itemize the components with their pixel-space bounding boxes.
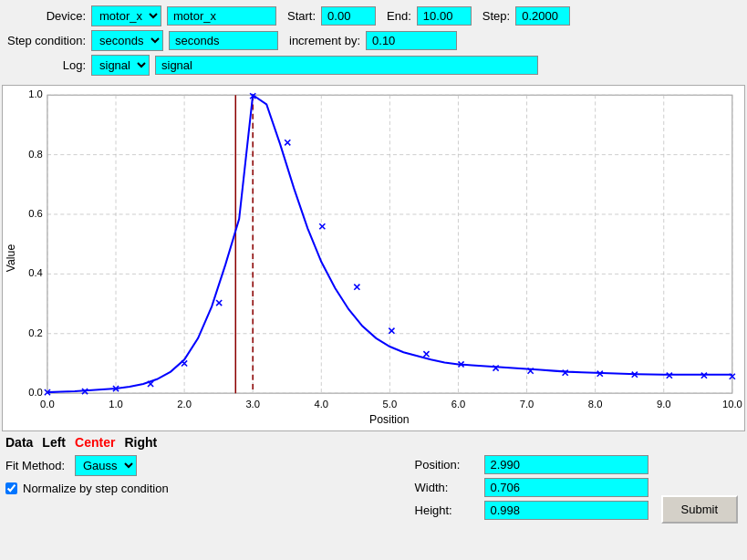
normalize-label: Normalize by step condition bbox=[23, 482, 169, 495]
data-tabs: Data Left Center Right bbox=[5, 435, 742, 450]
log-label: Log: bbox=[4, 58, 86, 72]
svg-text:1.0: 1.0 bbox=[28, 88, 43, 99]
log-text: signal bbox=[155, 56, 538, 75]
tab-left[interactable]: Left bbox=[42, 435, 66, 450]
svg-text:0.8: 0.8 bbox=[28, 149, 43, 160]
start-value[interactable]: 0.00 bbox=[321, 6, 376, 26]
fit-method-label: Fit Method: bbox=[5, 459, 69, 472]
step-value[interactable]: 0.2000 bbox=[515, 6, 570, 26]
normalize-checkbox[interactable] bbox=[5, 482, 17, 494]
svg-text:0.6: 0.6 bbox=[28, 208, 43, 219]
svg-text:0.2: 0.2 bbox=[28, 327, 43, 338]
svg-text:10.0: 10.0 bbox=[722, 399, 742, 410]
svg-text:7.0: 7.0 bbox=[520, 399, 534, 410]
step-condition-text: seconds bbox=[169, 31, 278, 50]
increment-label: increment by: bbox=[289, 34, 360, 47]
step-label: Step: bbox=[482, 9, 510, 23]
log-dropdown[interactable]: signal bbox=[91, 55, 150, 76]
increment-value[interactable]: 0.10 bbox=[366, 31, 457, 50]
svg-rect-0 bbox=[47, 95, 732, 393]
width-label: Width: bbox=[415, 481, 479, 494]
svg-text:6.0: 6.0 bbox=[451, 399, 466, 410]
tab-right[interactable]: Right bbox=[124, 435, 157, 450]
svg-text:Value: Value bbox=[5, 244, 17, 273]
svg-text:9.0: 9.0 bbox=[657, 399, 671, 410]
svg-text:5.0: 5.0 bbox=[383, 399, 398, 410]
fit-method-dropdown[interactable]: Gauss bbox=[75, 455, 137, 476]
position-value: 2.990 bbox=[484, 455, 648, 474]
device-label: Device: bbox=[4, 9, 86, 23]
submit-button[interactable]: Submit bbox=[661, 495, 738, 524]
chart-area: 0.0 0.2 0.4 0.6 0.8 1.0 Value 0.0 1.0 2.… bbox=[2, 85, 745, 431]
svg-text:0.0: 0.0 bbox=[28, 387, 43, 398]
start-label: Start: bbox=[287, 9, 316, 23]
width-value: 0.706 bbox=[484, 478, 648, 497]
device-dropdown[interactable]: motor_x bbox=[91, 5, 161, 26]
height-value: 0.998 bbox=[484, 501, 648, 520]
position-label: Position: bbox=[415, 458, 479, 472]
height-label: Height: bbox=[415, 503, 479, 517]
svg-text:4.0: 4.0 bbox=[314, 399, 328, 410]
svg-text:8.0: 8.0 bbox=[588, 399, 603, 410]
svg-text:2.0: 2.0 bbox=[177, 399, 192, 410]
device-text-value: motor_x bbox=[167, 6, 276, 26]
svg-text:Position: Position bbox=[369, 413, 410, 426]
step-condition-dropdown[interactable]: seconds bbox=[91, 30, 163, 51]
end-value[interactable]: 10.00 bbox=[417, 6, 472, 26]
svg-text:3.0: 3.0 bbox=[245, 399, 260, 410]
svg-text:0.4: 0.4 bbox=[28, 267, 43, 278]
step-condition-label: Step condition: bbox=[4, 34, 86, 47]
tab-center[interactable]: Center bbox=[75, 435, 115, 450]
svg-text:1.0: 1.0 bbox=[109, 399, 123, 410]
tab-data[interactable]: Data bbox=[5, 435, 33, 450]
end-label: End: bbox=[387, 9, 411, 23]
svg-text:0.0: 0.0 bbox=[40, 399, 55, 410]
